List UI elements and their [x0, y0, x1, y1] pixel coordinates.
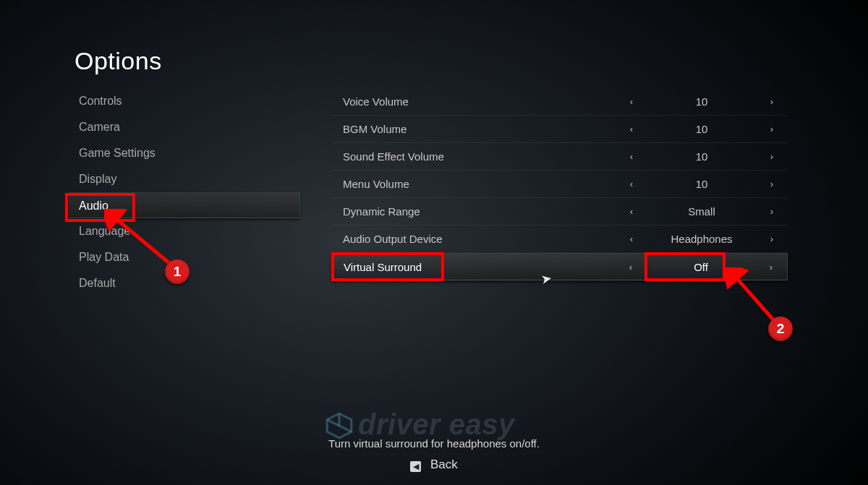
setting-value: Off	[647, 261, 755, 273]
sidebar-item-label: Camera	[79, 121, 120, 133]
chevron-right-icon[interactable]: ›	[756, 206, 788, 217]
back-label: Back	[430, 458, 458, 471]
chevron-right-icon[interactable]: ›	[755, 262, 787, 272]
chevron-right-icon[interactable]: ›	[756, 151, 788, 162]
sidebar-item-label: Play Data	[79, 251, 129, 263]
sidebar-item-label: Default	[79, 277, 116, 289]
setting-label: Sound Effect Volume	[343, 150, 616, 163]
setting-virtual-surround[interactable]: Virtual Surround ‹ Off ›	[332, 253, 788, 280]
chevron-left-icon[interactable]: ‹	[616, 206, 647, 217]
back-button-icon: ◀	[410, 461, 421, 472]
setting-sound-effect-volume[interactable]: Sound Effect Volume ‹ 10 ›	[332, 143, 788, 171]
setting-value: Small	[647, 205, 756, 218]
svg-line-2	[733, 275, 777, 324]
setting-label: Dynamic Range	[343, 205, 616, 218]
setting-voice-volume[interactable]: Voice Volume ‹ 10 ›	[332, 88, 788, 116]
back-prompt[interactable]: ◀ Back	[0, 458, 868, 472]
chevron-left-icon[interactable]: ‹	[616, 179, 647, 189]
setting-menu-volume[interactable]: Menu Volume ‹ 10 ›	[332, 171, 788, 198]
sidebar-item-label: Audio	[79, 199, 109, 212]
chevron-right-icon[interactable]: ›	[756, 233, 788, 244]
setting-label: Audio Output Device	[343, 233, 616, 245]
setting-label: Voice Volume	[343, 95, 616, 108]
chevron-left-icon[interactable]: ‹	[616, 96, 647, 107]
option-hint-text: Turn virtual surround for headphones on/…	[0, 437, 868, 450]
sidebar-item-label: Controls	[79, 95, 122, 107]
chevron-right-icon[interactable]: ›	[756, 124, 788, 134]
setting-audio-output-device[interactable]: Audio Output Device ‹ Headphones ›	[332, 226, 788, 253]
setting-label: BGM Volume	[343, 123, 616, 135]
sidebar-item-display[interactable]: Display	[69, 166, 300, 192]
setting-value: 10	[647, 95, 756, 108]
sidebar-item-audio[interactable]: Audio	[69, 192, 300, 218]
driver-easy-logo-icon	[324, 411, 354, 441]
chevron-right-icon[interactable]: ›	[756, 179, 788, 189]
sidebar-item-play-data[interactable]: Play Data	[69, 244, 300, 270]
chevron-left-icon[interactable]: ‹	[616, 151, 647, 162]
chevron-left-icon[interactable]: ‹	[615, 262, 647, 272]
setting-value: 10	[647, 150, 756, 163]
driver-easy-watermark: driver easy	[358, 408, 515, 441]
sidebar-item-label: Language	[79, 225, 130, 237]
chevron-left-icon[interactable]: ‹	[616, 124, 647, 134]
setting-value: 10	[647, 123, 756, 135]
sidebar-item-label: Game Settings	[79, 147, 156, 159]
setting-label: Menu Volume	[343, 178, 616, 190]
setting-bgm-volume[interactable]: BGM Volume ‹ 10 ›	[332, 116, 788, 143]
audio-settings-panel: Voice Volume ‹ 10 › BGM Volume ‹ 10 › So…	[332, 88, 788, 280]
annotation-marker-2: 2	[768, 317, 793, 341]
chevron-left-icon[interactable]: ‹	[616, 233, 647, 244]
setting-label: Virtual Surround	[344, 261, 615, 273]
page-title: Options	[75, 47, 162, 75]
setting-value: 10	[647, 178, 756, 190]
sidebar-item-game-settings[interactable]: Game Settings	[69, 140, 300, 166]
sidebar-item-language[interactable]: Language	[69, 218, 300, 244]
sidebar-item-controls[interactable]: Controls	[69, 88, 300, 114]
sidebar-item-default[interactable]: Default	[69, 270, 300, 296]
setting-dynamic-range[interactable]: Dynamic Range ‹ Small ›	[332, 198, 788, 226]
setting-value: Headphones	[647, 233, 756, 245]
chevron-right-icon[interactable]: ›	[756, 96, 788, 107]
sidebar-item-label: Display	[79, 173, 116, 185]
svg-marker-0	[327, 413, 352, 438]
sidebar-item-camera[interactable]: Camera	[69, 114, 300, 140]
options-sidebar: Controls Camera Game Settings Display Au…	[69, 88, 300, 296]
